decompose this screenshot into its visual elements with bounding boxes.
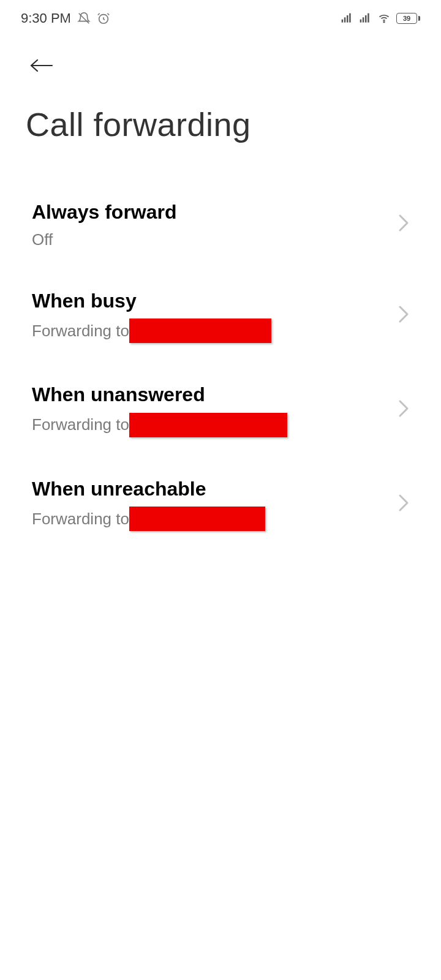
svg-rect-7: [363, 17, 364, 22]
row-title: Always forward: [32, 200, 391, 225]
row-sub-prefix: Forwarding to: [32, 510, 129, 529]
row-title: When unanswered: [32, 382, 391, 408]
alarm-icon: [97, 12, 110, 25]
signal-2-icon: [358, 12, 372, 24]
row-subtitle: Off: [32, 230, 391, 249]
svg-rect-8: [365, 15, 367, 23]
status-right: 39: [340, 12, 420, 24]
wifi-icon: [377, 12, 391, 24]
chevron-right-icon: [398, 494, 409, 514]
setting-row-unreachable[interactable]: When unreachableForwarding to: [26, 457, 415, 551]
svg-rect-6: [360, 20, 362, 23]
redacted-number: [129, 413, 287, 437]
row-text: When unreachableForwarding to: [32, 477, 391, 532]
row-subtitle: Forwarding to: [32, 318, 391, 343]
status-bar: 9:30 PM: [0, 0, 441, 31]
row-text: When unansweredForwarding to: [32, 382, 391, 437]
row-subtitle: Forwarding to: [32, 507, 391, 531]
chevron-right-icon: [398, 305, 409, 326]
svg-point-10: [383, 21, 385, 23]
svg-rect-4: [347, 15, 349, 23]
row-sub-prefix: Off: [32, 230, 53, 249]
setting-row-busy[interactable]: When busyForwarding to: [26, 269, 415, 363]
row-title: When unreachable: [32, 477, 391, 502]
redacted-number: [129, 318, 271, 343]
svg-rect-3: [344, 17, 346, 22]
row-sub-prefix: Forwarding to: [32, 415, 129, 434]
row-sub-prefix: Forwarding to: [32, 322, 129, 341]
row-text: When busyForwarding to: [32, 288, 391, 344]
row-title: When busy: [32, 288, 391, 314]
chevron-right-icon: [398, 399, 409, 420]
mute-icon: [77, 12, 91, 25]
chevron-right-icon: [398, 214, 409, 235]
status-left: 9:30 PM: [21, 10, 110, 26]
svg-rect-2: [342, 20, 344, 23]
back-button[interactable]: [26, 52, 58, 81]
page-title: Call forwarding: [0, 81, 441, 180]
settings-list: Always forwardOffWhen busyForwarding toW…: [0, 180, 441, 551]
arrow-left-icon: [29, 68, 54, 77]
battery-icon: 39: [396, 13, 420, 24]
row-text: Always forwardOff: [32, 200, 391, 249]
setting-row-always[interactable]: Always forwardOff: [26, 180, 415, 269]
setting-row-unanswered[interactable]: When unansweredForwarding to: [26, 363, 415, 457]
svg-rect-5: [349, 13, 351, 23]
svg-rect-9: [368, 13, 369, 23]
row-subtitle: Forwarding to: [32, 413, 391, 437]
signal-1-icon: [340, 12, 353, 24]
battery-percent: 39: [403, 15, 410, 22]
redacted-number: [129, 507, 265, 531]
status-time: 9:30 PM: [21, 10, 71, 26]
